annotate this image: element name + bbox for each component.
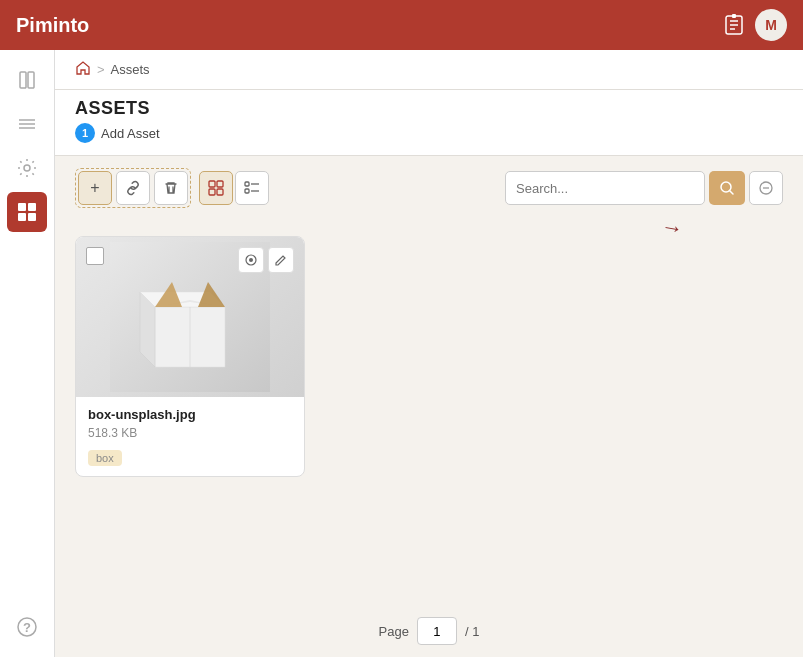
grid-view-button[interactable] [199,171,233,205]
asset-edit-button[interactable] [268,247,294,273]
svg-rect-21 [245,182,249,186]
action-toolbar-group: + [75,168,191,208]
svg-rect-23 [245,189,249,193]
main-content: > Assets ASSETS 1 Add Asset + [55,50,803,657]
callout-badge: 1 [75,123,95,143]
callout-label: Add Asset [101,126,160,141]
sidebar-item-help[interactable]: ? [7,607,47,647]
svg-rect-12 [28,203,36,211]
page-header: ASSETS 1 Add Asset [55,90,803,156]
report-icon-button[interactable] [723,14,745,36]
breadcrumb-separator: > [97,62,105,77]
asset-grid: box-unsplash.jpg 518.3 KB box [75,236,783,477]
asset-tag: box [88,450,122,466]
sidebar-item-settings[interactable] [7,148,47,188]
svg-point-30 [249,258,253,262]
breadcrumb-home[interactable] [75,60,91,79]
svg-rect-11 [18,203,26,211]
delete-button[interactable] [154,171,188,205]
view-toggle-group [199,171,269,205]
sidebar: ? [0,50,55,657]
svg-rect-13 [18,213,26,221]
main-layout: ? > Assets ASSETS [0,50,803,657]
link-button[interactable] [116,171,150,205]
asset-info: box-unsplash.jpg 518.3 KB box [76,397,304,476]
sidebar-item-book[interactable] [7,60,47,100]
page-title: ASSETS [75,98,783,119]
svg-rect-5 [20,72,26,88]
list-view-button[interactable] [235,171,269,205]
pagination-label: Page [379,624,409,639]
pagination-input[interactable] [417,617,457,645]
svg-rect-17 [209,181,215,187]
sidebar-item-assets[interactable] [7,192,47,232]
svg-line-26 [730,191,734,195]
cancel-search-button[interactable] [749,171,783,205]
svg-rect-14 [28,213,36,221]
svg-point-10 [24,165,30,171]
svg-rect-20 [217,189,223,195]
breadcrumb: > Assets [75,60,783,79]
asset-name: box-unsplash.jpg [88,407,292,422]
svg-rect-18 [217,181,223,187]
asset-view-button[interactable] [238,247,264,273]
search-button[interactable] [709,171,745,205]
header-actions: M [723,9,787,41]
content-area: box-unsplash.jpg 518.3 KB box [55,220,803,605]
breadcrumb-area: > Assets [55,50,803,90]
pagination: Page / 1 [55,605,803,657]
app-title: Piminto [16,14,89,37]
add-asset-callout: 1 Add Asset [75,123,160,143]
svg-rect-4 [732,14,736,18]
sidebar-item-layers[interactable] [7,104,47,144]
search-group [505,171,783,205]
toolbar: + [55,156,803,220]
pagination-total: / 1 [465,624,479,639]
add-button[interactable]: + [78,171,112,205]
svg-rect-6 [28,72,34,88]
asset-checkbox[interactable] [86,247,104,265]
app-header: Piminto M [0,0,803,50]
user-avatar[interactable]: M [755,9,787,41]
search-input[interactable] [505,171,705,205]
svg-text:?: ? [23,620,31,635]
svg-rect-19 [209,189,215,195]
asset-card: box-unsplash.jpg 518.3 KB box [75,236,305,477]
asset-card-actions [238,247,294,273]
breadcrumb-current: Assets [111,62,150,77]
asset-size: 518.3 KB [88,426,292,440]
